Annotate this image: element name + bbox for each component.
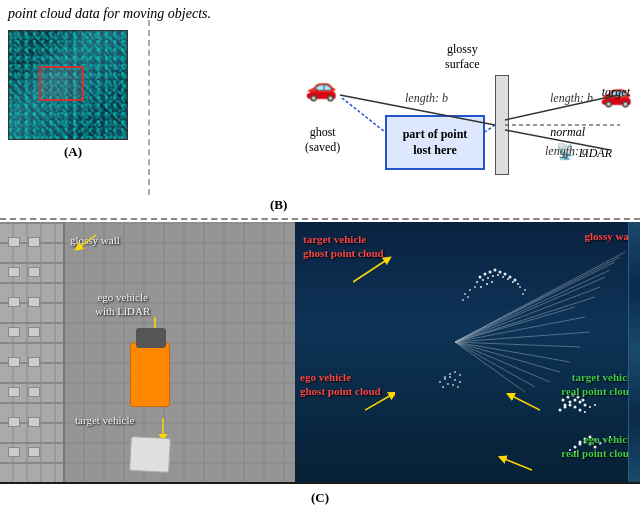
svg-point-69: [574, 406, 577, 409]
svg-point-32: [499, 271, 502, 274]
lidar-label: 📡 LiDAR: [556, 142, 612, 161]
svg-point-92: [459, 374, 461, 376]
svg-point-43: [512, 281, 514, 283]
svg-line-104: [510, 395, 540, 410]
svg-line-15: [455, 342, 580, 347]
svg-point-29: [484, 273, 487, 276]
svg-point-64: [579, 401, 582, 404]
svg-point-94: [444, 378, 446, 380]
svg-point-46: [486, 283, 488, 285]
svg-point-51: [519, 286, 521, 288]
ego-real-arrow: [497, 450, 532, 475]
target-vehicle-label-left: target vehicle: [75, 414, 134, 426]
panel-a-image: [8, 30, 128, 140]
svg-point-99: [447, 383, 449, 385]
ego-vehicle-label: ego vehicle with LiDAR: [95, 290, 150, 319]
svg-point-72: [589, 406, 591, 408]
svg-text:length: b: length: b: [550, 91, 593, 105]
svg-point-100: [452, 384, 454, 386]
normal-label: normal: [550, 125, 585, 140]
panel-c-label: (C): [311, 490, 329, 506]
svg-point-33: [504, 273, 507, 276]
svg-line-8: [485, 125, 495, 132]
ghost-label: ghost(saved): [305, 95, 340, 155]
svg-point-73: [594, 404, 596, 406]
svg-point-42: [507, 278, 509, 280]
svg-point-90: [449, 373, 451, 375]
ego-ghost-arrow: [365, 392, 395, 412]
target-car-shape: [129, 436, 171, 473]
svg-point-70: [579, 409, 582, 412]
svg-point-44: [517, 283, 519, 285]
svg-point-49: [469, 289, 471, 291]
svg-point-52: [524, 289, 526, 291]
svg-line-16: [455, 342, 570, 362]
svg-point-39: [492, 275, 494, 277]
svg-line-26: [455, 257, 620, 342]
svg-point-36: [476, 281, 478, 283]
svg-point-97: [459, 381, 461, 383]
svg-text:length: b: length: b: [405, 91, 448, 105]
svg-point-71: [584, 411, 586, 413]
target-label: target: [602, 85, 630, 100]
svg-point-55: [467, 296, 469, 298]
svg-line-24: [455, 270, 610, 342]
svg-point-91: [454, 371, 456, 373]
bottom-label-row: (C): [0, 484, 640, 512]
glossy-surface-rect: [495, 75, 509, 175]
svg-point-34: [509, 276, 512, 279]
svg-line-17: [455, 342, 560, 372]
svg-point-37: [482, 279, 484, 281]
svg-line-21: [455, 297, 595, 342]
svg-line-13: [455, 317, 585, 342]
panel-b: glossy surface 🚗 ghost(saved) 🚗 target n…: [150, 20, 640, 215]
svg-point-95: [449, 376, 451, 378]
svg-point-41: [502, 276, 504, 278]
svg-point-89: [444, 376, 446, 378]
panel-c: glossy wall ego vehicle with LiDAR t: [0, 222, 640, 512]
svg-point-47: [491, 281, 493, 283]
svg-point-40: [497, 274, 499, 276]
svg-line-27: [455, 252, 625, 342]
top-section: point cloud data for moving objects. (A)…: [0, 0, 640, 220]
glossy-surface-label: glossy surface: [445, 42, 480, 72]
panel-a-label: (A): [8, 144, 138, 160]
svg-point-38: [487, 277, 489, 279]
svg-point-56: [562, 399, 565, 402]
svg-point-62: [569, 401, 572, 404]
building-wall: [0, 222, 65, 482]
svg-point-48: [464, 293, 466, 295]
svg-line-14: [455, 332, 590, 342]
target-ghost-arrow: [353, 254, 393, 284]
svg-point-35: [514, 279, 517, 282]
panel-a-box: [39, 66, 84, 101]
svg-point-54: [462, 299, 464, 301]
svg-point-53: [522, 293, 524, 295]
svg-point-66: [559, 409, 562, 412]
target-real-arrow: [505, 390, 540, 415]
svg-point-93: [439, 381, 441, 383]
glossy-wall-arrow: [68, 230, 98, 255]
svg-point-67: [564, 406, 567, 409]
panel-b-label: (B): [270, 197, 287, 213]
svg-line-102: [353, 259, 388, 282]
svg-point-31: [494, 269, 497, 272]
svg-line-105: [502, 458, 532, 470]
svg-line-23: [455, 277, 605, 342]
svg-point-68: [569, 404, 572, 407]
left-view: glossy wall ego vehicle with LiDAR t: [0, 222, 295, 482]
svg-line-9: [78, 235, 96, 248]
ego-real-label: ego vehicle real point cloud: [561, 432, 635, 461]
svg-point-98: [442, 386, 444, 388]
right-view: target vehicle ghost point cloud glossy …: [295, 222, 640, 482]
svg-point-30: [489, 271, 492, 274]
lost-point-box: part of point lost here: [385, 115, 485, 170]
svg-line-7: [342, 98, 385, 132]
svg-point-96: [454, 379, 456, 381]
svg-point-28: [479, 276, 482, 279]
svg-point-45: [480, 286, 482, 288]
svg-line-25: [455, 262, 615, 342]
svg-point-60: [582, 399, 585, 402]
svg-point-101: [457, 386, 459, 388]
glossy-wall-visual: [628, 222, 640, 482]
